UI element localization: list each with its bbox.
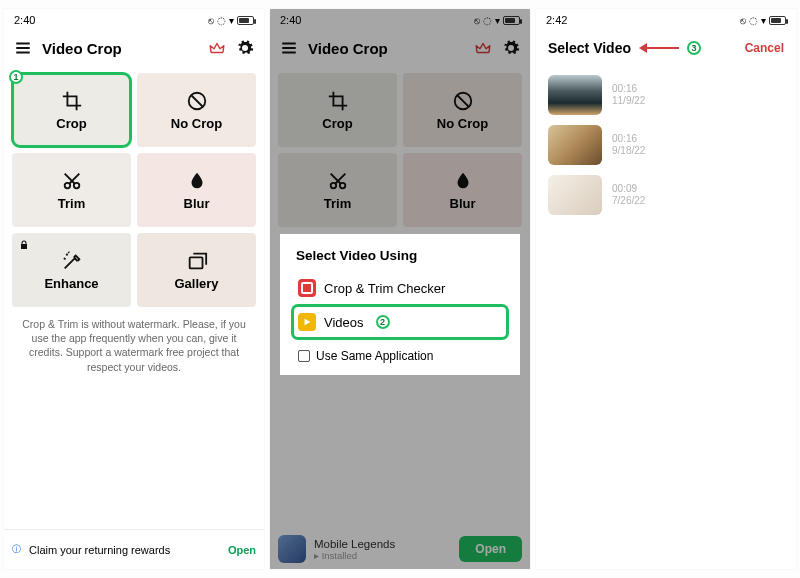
video-date: 9/18/22 [612,145,645,158]
gallery-icon [186,250,208,272]
screen-3: 2:42 ⎋◌▾ Select Video 3 Cancel 00:16 11/… [536,9,796,569]
tile-enhance[interactable]: Enhance [12,233,131,307]
option-label: Crop & Trim Checker [324,281,445,296]
status-icons: ⎋◌▾ [740,15,786,26]
app-icon-croptrim [298,279,316,297]
option-videos[interactable]: Videos 2 [292,305,508,339]
tool-grid: 1 Crop No Crop Trim Blur [4,65,264,315]
video-item[interactable]: 00:09 7/26/22 [548,175,784,215]
page-title: Select Video [548,40,631,56]
step-badge-3: 3 [687,41,701,55]
video-thumbnail [548,175,602,215]
ad-text: Claim your returning rewards [29,544,220,556]
select-video-modal: Select Video Using Crop & Trim Checker V… [280,234,520,375]
video-duration: 00:16 [612,133,645,146]
use-same-app-checkbox[interactable]: Use Same Application [298,349,508,363]
svg-rect-3 [189,257,202,268]
option-crop-trim-checker[interactable]: Crop & Trim Checker [292,271,508,305]
status-icons: ⎋◌▾ [208,15,254,26]
app-title: Video Crop [42,40,122,57]
step-badge-2: 2 [376,315,390,329]
video-item[interactable]: 00:16 11/9/22 [548,75,784,115]
blur-icon [186,170,208,192]
ad-info-icon[interactable]: ⓘ [12,543,21,556]
video-thumbnail [548,75,602,115]
footer-blurb: Crop & Trim is without watermark. Please… [4,315,264,374]
title-bar: Video Crop [4,31,264,65]
gear-icon[interactable] [236,39,254,57]
option-label: Videos [324,315,364,330]
tile-label: Blur [184,196,210,211]
video-list: 00:16 11/9/22 00:16 9/18/22 00:09 7/26/2… [536,65,796,225]
video-duration: 00:09 [612,183,645,196]
video-meta: 00:16 11/9/22 [612,83,645,108]
tile-label: No Crop [171,116,222,131]
tile-label: Crop [56,116,86,131]
app-icon-videos [298,313,316,331]
cancel-button[interactable]: Cancel [745,41,784,55]
video-thumbnail [548,125,602,165]
tile-crop[interactable]: 1 Crop [12,73,131,147]
menu-icon[interactable] [14,39,32,57]
video-duration: 00:16 [612,83,645,96]
enhance-icon [61,250,83,272]
time-label: 2:42 [546,14,567,26]
select-video-header: Select Video 3 Cancel [536,31,796,65]
video-meta: 00:09 7/26/22 [612,183,645,208]
tile-trim[interactable]: Trim [12,153,131,227]
lock-icon [18,239,30,251]
ad-cta[interactable]: Open [228,544,256,556]
nocrop-icon [186,90,208,112]
tile-gallery[interactable]: Gallery [137,233,256,307]
ad-bar[interactable]: ⓘ Claim your returning rewards Open [4,529,264,569]
step-badge-1: 1 [9,70,23,84]
crop-icon [61,90,83,112]
video-date: 7/26/22 [612,195,645,208]
tile-blur[interactable]: Blur [137,153,256,227]
tile-label: Trim [58,196,85,211]
video-date: 11/9/22 [612,95,645,108]
video-item[interactable]: 00:16 9/18/22 [548,125,784,165]
crown-icon[interactable] [208,39,226,57]
status-bar: 2:42 ⎋◌▾ [536,9,796,31]
time-label: 2:40 [14,14,35,26]
trim-icon [61,170,83,192]
tile-no-crop[interactable]: No Crop [137,73,256,147]
status-bar: 2:40 ⎋◌▾ [4,9,264,31]
modal-title: Select Video Using [296,248,508,263]
screen-2: 2:40 ⎋◌▾ Video Crop Crop No Crop Trim Bl… [270,9,530,569]
tile-label: Gallery [174,276,218,291]
video-meta: 00:16 9/18/22 [612,133,645,158]
checkbox-label: Use Same Application [316,349,433,363]
tile-label: Enhance [44,276,98,291]
arrow-annotation [639,43,679,53]
checkbox-icon [298,350,310,362]
screen-1: 2:40 ⎋◌▾ Video Crop 1 Crop No Crop [4,9,264,569]
